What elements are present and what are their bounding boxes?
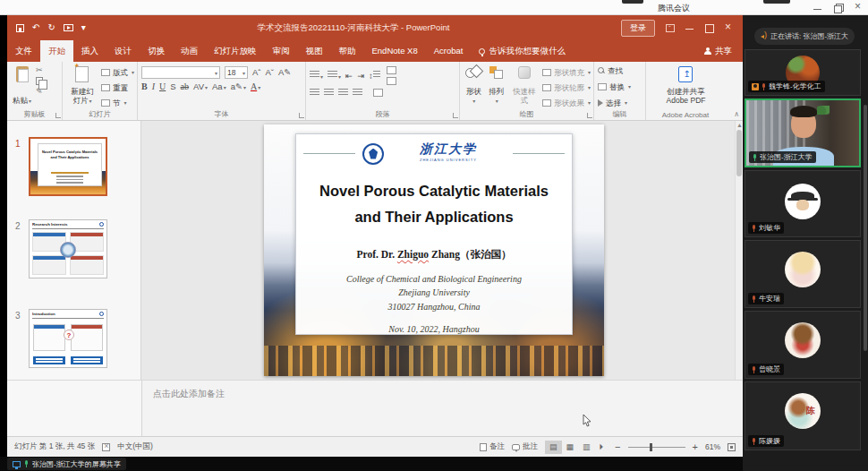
slide-thumbnail-1[interactable]: Novel Porous Catalytic Materialsand Thei…	[29, 137, 107, 196]
section-button[interactable]: 节▾	[101, 97, 134, 109]
minimize-icon[interactable]	[813, 4, 821, 12]
decrease-indent-button[interactable]: ⇤	[345, 72, 353, 81]
share-button[interactable]: 共享	[694, 40, 743, 62]
save-icon[interactable]	[16, 24, 24, 32]
shape-outline-button[interactable]: 形状轮廓▾	[542, 81, 591, 94]
participant-tile[interactable]: 曾晓景	[745, 311, 861, 379]
increase-indent-button[interactable]: ⇥	[357, 72, 364, 81]
align-text-button[interactable]	[387, 77, 396, 85]
tab-endnote[interactable]: EndNote X8	[364, 40, 426, 62]
restore-icon[interactable]	[834, 4, 842, 12]
ppt-maximize-icon[interactable]	[705, 23, 714, 32]
slide-title[interactable]: Novel Porous Catalytic Materials and The…	[296, 178, 572, 230]
sidebar-scrollbar[interactable]	[864, 105, 867, 351]
reading-view-button[interactable]: ▥	[578, 441, 595, 454]
slideshow-view-button[interactable]: ⏵	[595, 441, 608, 454]
new-slide-button[interactable]: 新建幻灯片▾	[66, 64, 98, 107]
zoom-in-button[interactable]: +	[693, 441, 698, 452]
slide-date[interactable]: Nov. 10, 2022, Hangzhou	[296, 324, 572, 334]
notes-placeholder[interactable]: 点击此处添加备注	[153, 388, 225, 400]
arrange-button[interactable]: 排列▾	[487, 64, 507, 107]
tab-file[interactable]: 文件	[7, 40, 40, 62]
slide-author[interactable]: Prof. Dr. Zhiguo Zhang（张治国）	[296, 248, 572, 261]
language-indicator[interactable]: 中文(中国)	[117, 441, 153, 452]
underline-button[interactable]: U	[159, 82, 166, 91]
highlight-button[interactable]: a✎▾	[231, 82, 246, 91]
scrollbar-thumb[interactable]	[736, 130, 742, 176]
notes-toggle[interactable]: 备注	[480, 441, 505, 452]
line-spacing-button[interactable]: ↕	[369, 71, 380, 81]
italic-button[interactable]: I	[152, 82, 155, 91]
spellcheck-icon[interactable]	[102, 443, 110, 451]
shape-fill-button[interactable]: 形状填充▾	[542, 66, 591, 79]
ppt-close-icon[interactable]	[725, 23, 734, 32]
tab-animations[interactable]: 动画	[173, 40, 206, 62]
numbering-button[interactable]: ▾	[328, 71, 341, 81]
zoom-out-button[interactable]: −	[615, 441, 620, 452]
participant-tile[interactable]: 陈 陈媛媛	[745, 381, 861, 450]
cut-button[interactable]: ✂	[36, 66, 43, 74]
tab-acrobat[interactable]: Acrobat	[426, 40, 472, 62]
slide-affiliation[interactable]: College of Chemical and Biological Engin…	[296, 272, 572, 314]
replace-button[interactable]: 替换▾	[598, 81, 642, 93]
shadow-button[interactable]: S	[170, 82, 175, 91]
tab-home[interactable]: 开始	[40, 40, 73, 62]
font-dialog-launcher[interactable]	[299, 113, 304, 118]
slideshow-icon[interactable]	[64, 24, 73, 31]
close-icon[interactable]	[855, 4, 863, 12]
normal-view-button[interactable]: ▤	[545, 441, 562, 454]
slide-canvas[interactable]: 浙江大学 ZHEJIANG UNIVERSITY Novel Porous Ca…	[264, 124, 604, 376]
fit-slide-icon[interactable]	[728, 443, 736, 451]
zoom-level[interactable]: 61%	[705, 442, 720, 451]
clipboard-dialog-launcher[interactable]	[55, 113, 61, 118]
grow-font-button[interactable]: Aˆ	[252, 68, 261, 77]
justify-button[interactable]	[353, 89, 362, 97]
tab-help[interactable]: 帮助	[331, 40, 364, 62]
font-color-button[interactable]: A▾	[251, 82, 260, 91]
login-button[interactable]: 登录	[621, 20, 655, 37]
tab-review[interactable]: 审阅	[265, 40, 298, 62]
scroll-up-icon[interactable]: ▲	[736, 122, 743, 128]
char-spacing-button[interactable]: AV▾	[193, 82, 208, 91]
editor-scrollbar[interactable]: ▲	[735, 121, 743, 380]
reset-button[interactable]: 重置	[101, 81, 134, 94]
bullets-button[interactable]: ▾	[310, 71, 323, 81]
tab-insert[interactable]: 插入	[73, 40, 106, 62]
shapes-button[interactable]: 形状▾	[464, 64, 484, 107]
shrink-font-button[interactable]: Aˇ	[266, 68, 275, 77]
create-pdf-button[interactable]: 创建并共享Adobe PDF	[665, 64, 708, 107]
slide-thumbnail-2[interactable]: Research Interests	[29, 219, 107, 278]
find-button[interactable]: 查找	[598, 64, 642, 77]
smartart-convert-button[interactable]	[373, 89, 383, 97]
ribbon-display-options-icon[interactable]	[666, 24, 675, 32]
zoom-slider[interactable]	[628, 443, 685, 451]
copy-button[interactable]	[36, 77, 43, 85]
paste-button[interactable]: 粘贴▾	[11, 64, 33, 107]
drawing-dialog-launcher[interactable]	[587, 113, 592, 118]
participant-tile[interactable]: 牛安瑞	[745, 240, 861, 308]
notes-pane[interactable]: 点击此处添加备注	[142, 380, 743, 436]
tab-slideshow[interactable]: 幻灯片放映	[206, 40, 265, 62]
change-case-button[interactable]: Aa▾	[212, 82, 226, 91]
slide-thumbnail-3[interactable]: Introduction ?	[29, 309, 107, 368]
clear-formatting-button[interactable]: A✎	[278, 68, 291, 77]
slide-text-card[interactable]: 浙江大学 ZHEJIANG UNIVERSITY Novel Porous Ca…	[295, 133, 573, 335]
text-direction-button[interactable]	[387, 66, 396, 74]
collapse-ribbon-icon[interactable]: ∧	[734, 110, 739, 118]
align-right-button[interactable]	[338, 89, 348, 97]
align-left-button[interactable]	[310, 89, 319, 97]
screen-share-indicator[interactable]: 张治国-浙江大学的屏幕共享	[7, 458, 126, 470]
quick-styles-button[interactable]: 快速样式	[509, 64, 540, 107]
font-size-combo[interactable]: 18▾	[225, 66, 248, 79]
ppt-minimize-icon[interactable]	[685, 23, 694, 32]
undo-icon[interactable]: ↶	[32, 23, 39, 32]
select-button[interactable]: 选择▾	[598, 97, 642, 109]
tab-view[interactable]: 视图	[298, 40, 331, 62]
tab-design[interactable]: 设计	[106, 40, 140, 62]
zoom-slider-thumb[interactable]	[650, 443, 652, 451]
font-name-combo[interactable]: ▾	[141, 66, 220, 79]
comments-toggle[interactable]: 批注	[512, 441, 538, 452]
paragraph-dialog-launcher[interactable]	[453, 113, 458, 118]
strikethrough-button[interactable]: ab	[181, 82, 189, 91]
redo-icon[interactable]: ↻	[47, 23, 55, 32]
